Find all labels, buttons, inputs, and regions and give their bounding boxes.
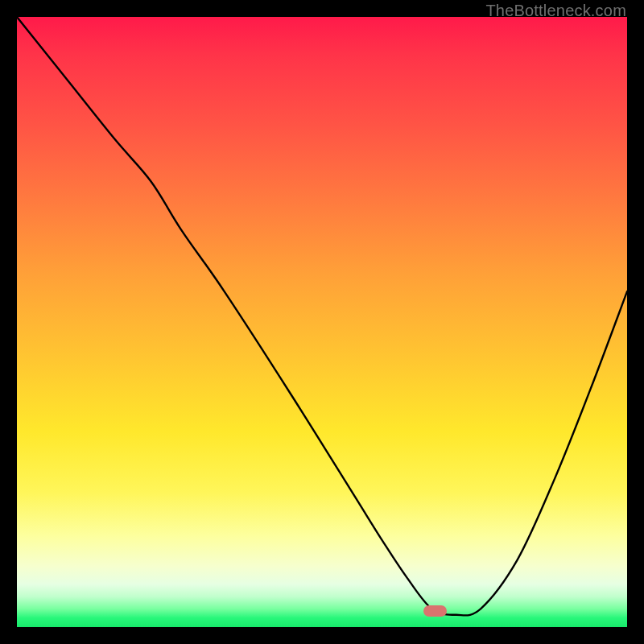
watermark-text: TheBottleneck.com <box>485 2 626 20</box>
optimum-marker <box>423 605 447 617</box>
plot-area <box>17 17 627 627</box>
chart-canvas: TheBottleneck.com <box>0 0 644 644</box>
